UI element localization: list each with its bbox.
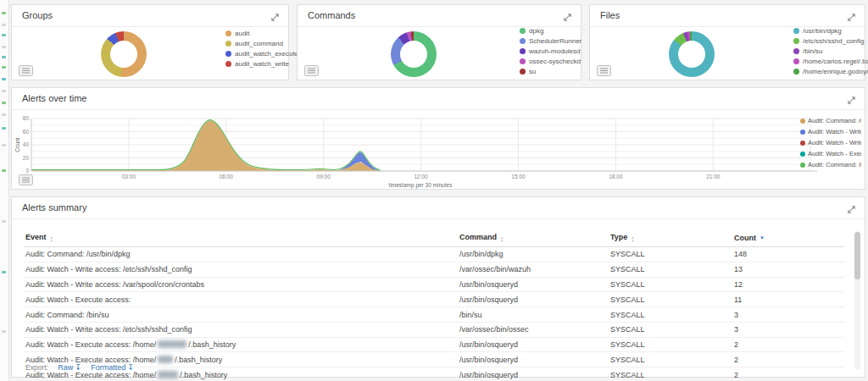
panel-title: Alerts summary [22, 202, 86, 213]
alerts-over-time-legend: Audit: Command: /usr/bin/...Audit: Watch… [800, 113, 861, 172]
legend-item[interactable]: wazuh-modulesd [520, 47, 581, 55]
column-header-count[interactable]: Count▼ [732, 229, 844, 247]
legend-item[interactable]: ossec-syscheckd [520, 58, 581, 65]
edge-mark [2, 220, 6, 223]
edge-mark [2, 113, 6, 116]
table-row[interactable]: Audit: Watch - Execute access:/usr/bin/o… [24, 292, 844, 307]
redacted-text [158, 371, 178, 378]
type-cell: SYSCALL [609, 247, 732, 262]
legend-item[interactable]: audit_watch_write [225, 60, 298, 68]
legend-label: wazuh-modulesd [529, 47, 580, 55]
legend-item[interactable]: /home/carlos.regel/.bash_... [793, 58, 868, 65]
count-cell: 11 [732, 292, 844, 307]
table-row[interactable]: Audit: Watch - Execute access: /home//.b… [24, 337, 844, 352]
table-row[interactable]: Audit: Command: /bin/su/bin/suSYSCALL3 [24, 307, 844, 323]
count-cell: 2 [732, 337, 844, 352]
legend-item[interactable]: audit_watch_execute [225, 50, 298, 58]
scrollbar-thumb[interactable] [854, 232, 860, 279]
edge-mark [2, 169, 6, 172]
legend-item[interactable]: /home/enrique.godoy/.bas... [793, 68, 868, 75]
export-raw-label: Raw [58, 363, 73, 372]
groups-legend: auditaudit_commandaudit_watch_executeaud… [225, 27, 298, 70]
column-header-command[interactable]: Command▲▼ [458, 229, 609, 247]
legend-dot-icon [520, 69, 526, 75]
spy-table-toggle-icon[interactable] [19, 64, 33, 75]
legend-label: ossec-syscheckd [529, 58, 581, 65]
table-row[interactable]: Audit: Watch - Write access: /var/spool/… [24, 277, 844, 292]
spy-table-toggle-icon[interactable] [597, 64, 611, 75]
svg-text:20: 20 [23, 155, 30, 161]
expand-icon[interactable] [847, 202, 856, 212]
legend-item[interactable]: audit_command [225, 40, 298, 47]
table-scrollbar[interactable] [854, 231, 860, 370]
column-header-type[interactable]: Type▲▼ [609, 229, 732, 247]
area-series-command-dpkg [31, 120, 381, 171]
type-cell: SYSCALL [609, 277, 732, 292]
spy-table-toggle-icon[interactable] [304, 64, 319, 75]
panel-header: Alerts over time [12, 88, 865, 110]
expand-icon[interactable] [563, 10, 572, 19]
alerts-over-time-chart[interactable]: 02040608003:0006:0009:0012:0015:0018:002… [13, 110, 865, 190]
legend-item[interactable]: Audit: Watch - Write acce... [800, 139, 861, 146]
svg-text:18:00: 18:00 [609, 174, 623, 179]
alerts-summary-table: Event▲▼Command▲▼Type▲▼Count▼ Audit: Comm… [24, 229, 844, 381]
legend-item[interactable]: audit [225, 30, 298, 37]
event-cell: Audit: Command: /bin/su [24, 307, 458, 323]
table-row[interactable]: Audit: Watch - Write access: /etc/ssh/ss… [24, 322, 844, 337]
count-cell: 3 [732, 307, 844, 323]
column-header-event[interactable]: Event▲▼ [24, 229, 458, 247]
svg-text:timestamp per 30 minutes: timestamp per 30 minutes [389, 182, 453, 189]
table-row[interactable]: Audit: Watch - Write access: /etc/ssh/ss… [24, 262, 844, 277]
redacted-text [158, 356, 173, 363]
legend-item[interactable]: Audit: Command: /bin/su [800, 161, 861, 168]
expand-icon[interactable] [270, 10, 280, 19]
legend-item[interactable]: Audit: Command: /usr/bin/... [800, 117, 861, 124]
legend-label: /home/carlos.regel/.bash_... [803, 58, 868, 65]
legend-dot-icon [520, 28, 526, 34]
legend-item[interactable]: su [520, 68, 581, 75]
legend-dot-icon [793, 38, 799, 44]
legend-item[interactable]: SchedulerRunner [520, 37, 581, 45]
edge-mark [2, 127, 6, 130]
legend-label: /home/enrique.godoy/.bas... [803, 68, 868, 75]
svg-text:80: 80 [23, 115, 30, 121]
table-row[interactable]: Audit: Watch - Execute access: /home//.b… [24, 367, 844, 381]
legend-label: Audit: Command: /usr/bin/... [808, 117, 861, 124]
commands-donut-chart[interactable] [391, 31, 437, 77]
edge-mark [2, 271, 6, 273]
groups-donut-chart[interactable] [101, 31, 147, 77]
legend-label: su [529, 68, 536, 75]
type-cell: SYSCALL [609, 262, 732, 277]
table-row[interactable]: Audit: Command: /usr/bin/dpkg/usr/bin/dp… [24, 247, 844, 262]
panel-title: Alerts over time [22, 93, 86, 103]
legend-item[interactable]: /bin/su [793, 47, 868, 55]
export-raw-link[interactable]: Raw↧ [58, 363, 81, 372]
legend-item[interactable]: /usr/bin/dpkg [793, 27, 868, 35]
legend-dot-icon [793, 58, 799, 64]
files-donut-chart[interactable] [669, 31, 715, 77]
table-row[interactable]: Audit: Watch - Execute access: /home//.b… [24, 352, 844, 367]
legend-label: SchedulerRunner [529, 37, 581, 45]
spy-table-toggle-icon[interactable] [19, 174, 33, 185]
column-label: Command [459, 233, 497, 241]
legend-label: Audit: Watch - Execute ac... [808, 150, 861, 157]
edge-mark [2, 46, 6, 48]
command-cell: /usr/bin/osqueryd [458, 292, 609, 307]
expand-icon[interactable] [847, 93, 856, 102]
export-formatted-link[interactable]: Formatted↧ [91, 363, 134, 372]
legend-item[interactable]: dpkg [520, 27, 581, 35]
command-cell: /usr/bin/osqueryd [458, 277, 609, 292]
legend-item[interactable]: Audit: Watch - Execute ac... [800, 150, 861, 157]
expand-icon[interactable] [847, 10, 856, 19]
legend-item[interactable]: /etc/ssh/sshd_config [793, 37, 868, 45]
event-cell: Audit: Watch - Execute access: /home//.b… [24, 337, 458, 352]
panel-files: Files /usr/bin/dpkg/etc/ssh/sshd_config/… [589, 4, 865, 80]
type-cell: SYSCALL [609, 292, 732, 307]
panel-title: Commands [308, 10, 355, 20]
panel-alerts-over-time: Alerts over time 02040608003:0006:0009:0… [11, 87, 865, 190]
edge-mark [2, 102, 6, 104]
commands-legend: dpkgSchedulerRunnerwazuh-modulesdossec-s… [520, 25, 581, 78]
legend-item[interactable]: Audit: Watch - Write acce... [800, 128, 861, 135]
legend-dot-icon [800, 141, 805, 146]
command-cell: /var/ossec/bin/ossec [458, 322, 609, 337]
